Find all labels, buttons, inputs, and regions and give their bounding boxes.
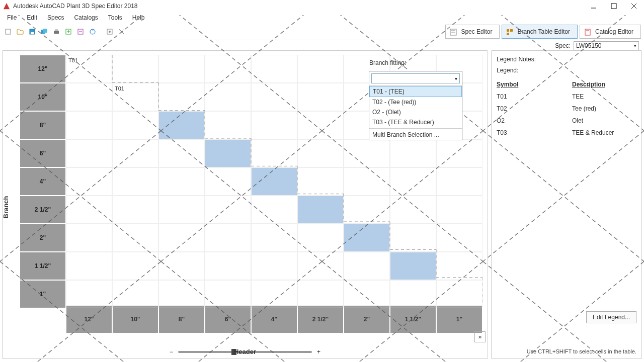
branch-cell[interactable] — [158, 280, 205, 308]
toolbar-print-icon[interactable] — [51, 27, 61, 37]
maximize-button[interactable] — [604, 0, 624, 12]
branch-cell[interactable] — [436, 252, 482, 280]
dropdown-item-t01[interactable]: T01 - (TEE) — [369, 86, 462, 97]
branch-cell[interactable] — [66, 83, 112, 111]
branch-cell[interactable] — [344, 167, 390, 196]
branch-cell[interactable] — [112, 280, 158, 308]
branch-cell[interactable] — [390, 252, 436, 280]
branch-cell[interactable] — [251, 83, 297, 111]
branch-cell[interactable] — [112, 55, 158, 83]
branch-cell[interactable] — [297, 224, 344, 252]
close-button[interactable] — [624, 0, 644, 12]
dropdown-item-t02[interactable]: T02 - (Tee (red)) — [369, 97, 462, 107]
branch-cell[interactable] — [66, 224, 112, 252]
menu-tools[interactable]: Tools — [104, 13, 126, 22]
row-header[interactable]: 1" — [20, 280, 66, 308]
branch-cell[interactable] — [297, 55, 344, 83]
branch-cell[interactable] — [66, 196, 112, 224]
menu-catalogs[interactable]: Catalogs — [70, 13, 102, 22]
branch-cell[interactable] — [112, 167, 158, 196]
branch-cell[interactable] — [158, 111, 205, 139]
branch-cell[interactable] — [251, 167, 297, 196]
branch-cell[interactable] — [251, 55, 297, 83]
dropdown-item-t03[interactable]: T03 - (TEE & Reducer) — [369, 117, 462, 127]
row-header[interactable]: 6" — [20, 139, 66, 167]
branch-cell[interactable] — [66, 167, 112, 196]
mode-branch-editor[interactable]: Branch Table Editor — [502, 25, 578, 39]
menu-file[interactable]: File — [3, 13, 21, 22]
dropdown-item-multi[interactable]: Multi Branch Selection ... — [369, 130, 462, 140]
branch-cell[interactable] — [297, 280, 344, 308]
branch-cell[interactable] — [390, 167, 436, 196]
toolbar-saveall-icon[interactable] — [39, 27, 49, 37]
col-header[interactable]: 1" — [436, 305, 482, 333]
row-header[interactable]: 10" — [20, 83, 66, 111]
col-header[interactable]: 4" — [251, 305, 297, 333]
branch-cell[interactable] — [66, 252, 112, 280]
branch-cell[interactable] — [344, 139, 390, 167]
branch-cell[interactable] — [205, 111, 251, 139]
branch-cell[interactable] — [297, 83, 344, 111]
branch-cell[interactable] — [158, 83, 205, 111]
row-header[interactable]: 2 1/2" — [20, 196, 66, 224]
toolbar-misc1-icon[interactable] — [105, 27, 115, 37]
zoom-in-button[interactable]: + — [317, 348, 320, 355]
branch-cell[interactable] — [158, 55, 205, 83]
branch-cell[interactable]: T01 — [112, 83, 158, 111]
branch-cell[interactable] — [66, 139, 112, 167]
branch-cell[interactable] — [344, 280, 390, 308]
row-header[interactable]: 2" — [20, 224, 66, 252]
branch-cell[interactable] — [344, 224, 390, 252]
toolbar-import-icon[interactable] — [75, 27, 86, 37]
branch-cell[interactable] — [112, 111, 158, 139]
branch-cell[interactable]: T01 — [66, 55, 112, 83]
row-header[interactable]: 4" — [20, 167, 66, 196]
branch-cell[interactable] — [251, 252, 297, 280]
row-header[interactable]: 8" — [20, 111, 66, 139]
branch-cell[interactable] — [205, 280, 251, 308]
col-header[interactable]: 8" — [158, 305, 205, 333]
col-header[interactable]: 6" — [205, 305, 251, 333]
branch-cell[interactable] — [251, 111, 297, 139]
col-header[interactable]: 12" — [66, 305, 112, 333]
branch-cell[interactable] — [436, 139, 482, 167]
branch-cell[interactable] — [297, 252, 344, 280]
branch-cell[interactable] — [390, 224, 436, 252]
branch-fitting-dropdown[interactable]: Branch fitting: ▾ T01 - (TEE) T02 - (Tee… — [369, 71, 462, 140]
branch-cell[interactable] — [436, 196, 482, 224]
branch-cell[interactable] — [251, 224, 297, 252]
branch-cell[interactable] — [112, 139, 158, 167]
toolbar-new-icon[interactable] — [3, 27, 13, 37]
branch-cell[interactable] — [436, 280, 482, 308]
branch-cell[interactable] — [158, 224, 205, 252]
branch-cell[interactable] — [205, 55, 251, 83]
toolbar-export-icon[interactable] — [63, 27, 73, 37]
toolbar-misc2-icon[interactable] — [117, 27, 127, 37]
branch-cell[interactable] — [158, 167, 205, 196]
branch-cell[interactable] — [66, 111, 112, 139]
edit-legend-button[interactable]: Edit Legend... — [586, 311, 636, 323]
toolbar-save-icon[interactable] — [27, 27, 37, 37]
col-header[interactable]: 2 1/2" — [297, 305, 344, 333]
branch-cell[interactable] — [112, 196, 158, 224]
col-header[interactable]: 2" — [344, 305, 390, 333]
branch-cell[interactable] — [251, 280, 297, 308]
spec-combo[interactable]: LW05150 ▾ — [574, 41, 639, 50]
branch-cell[interactable] — [297, 139, 344, 167]
branch-cell[interactable] — [205, 139, 251, 167]
minimize-button[interactable] — [584, 0, 604, 12]
toolbar-refresh-icon[interactable] — [88, 27, 98, 37]
branch-cell[interactable] — [344, 196, 390, 224]
branch-cell[interactable] — [297, 111, 344, 139]
branch-cell[interactable] — [205, 196, 251, 224]
branch-fitting-select[interactable]: ▾ — [371, 73, 460, 83]
expand-button[interactable]: » — [474, 331, 486, 342]
branch-cell[interactable] — [436, 167, 482, 196]
toolbar-open-icon[interactable] — [15, 27, 25, 37]
branch-cell[interactable] — [66, 280, 112, 308]
branch-cell[interactable] — [112, 252, 158, 280]
branch-cell[interactable] — [158, 252, 205, 280]
row-header[interactable]: 1 1/2" — [20, 252, 66, 280]
branch-cell[interactable] — [205, 224, 251, 252]
menu-help[interactable]: Help — [128, 13, 149, 22]
